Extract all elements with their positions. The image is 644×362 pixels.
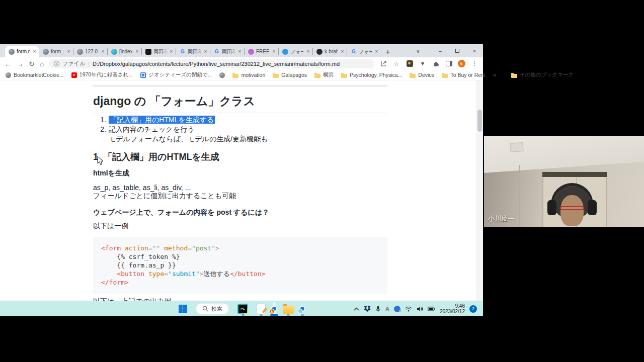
running-indicator bbox=[242, 314, 245, 316]
bookmark-item[interactable]: Psychology, Physica... bbox=[341, 72, 402, 78]
browser-tab-strip: form.n×form_p×127.0.×[index×岡田斗×G岡田斗×G岡田… bbox=[0, 44, 483, 57]
taskbar-chrome[interactable]: k bbox=[273, 302, 276, 315]
address-bar[interactable]: i ファイル | D:/Dropbox/galapagos/contents/l… bbox=[49, 59, 374, 68]
geo-icon bbox=[140, 72, 146, 78]
pen-favicon bbox=[145, 49, 151, 55]
taskbar-pycharm[interactable]: PC bbox=[236, 301, 250, 316]
share-icon[interactable] bbox=[379, 60, 387, 68]
tab-close-icon[interactable]: × bbox=[271, 49, 277, 54]
tab-title: 岡田斗 bbox=[188, 48, 201, 55]
taskbar-chrome-secondary[interactable] bbox=[301, 301, 304, 316]
google-favicon: G bbox=[351, 49, 357, 55]
browser-tab[interactable]: 127.0.× bbox=[73, 46, 108, 57]
battery-icon[interactable] bbox=[428, 307, 435, 311]
page-info-icon[interactable]: i bbox=[54, 61, 59, 66]
bookmark-item[interactable]: BookmarkletCookie... bbox=[6, 72, 64, 78]
paragraph: フィールドごとに個別に出力することも可能 bbox=[93, 192, 387, 200]
ime-indicator[interactable]: A bbox=[385, 306, 389, 312]
bookmark-item[interactable]: Galapagos bbox=[273, 72, 307, 78]
app-tray-icon[interactable] bbox=[394, 306, 400, 312]
profile-avatar[interactable]: k bbox=[458, 60, 465, 67]
scrollbar[interactable] bbox=[476, 80, 483, 301]
browser-tab[interactable]: Gフォーマ× bbox=[347, 46, 381, 57]
tab-close-icon[interactable]: × bbox=[237, 49, 243, 54]
tab-close-icon[interactable]: × bbox=[66, 49, 71, 54]
section-heading: 1. 「記入欄」用のHTMLを生成 bbox=[93, 151, 387, 163]
microphone-icon[interactable] bbox=[375, 306, 381, 312]
clock-date: 2023/02/12 bbox=[440, 309, 465, 314]
browser-tab[interactable]: form.n× bbox=[5, 46, 39, 57]
browser-toolbar: ← → ↻ ⌂ i ファイル | D:/Dropbox/galapagos/co… bbox=[0, 57, 483, 70]
search-label: 検索 bbox=[211, 305, 222, 313]
extensions-puzzle-icon[interactable] bbox=[432, 60, 440, 68]
new-tab-button[interactable]: + bbox=[381, 46, 394, 57]
wall-corner bbox=[519, 165, 520, 227]
bookmark-item[interactable]: Device bbox=[410, 72, 434, 78]
close-button[interactable]: × bbox=[466, 44, 483, 57]
tab-search-icon[interactable]: ∨ bbox=[410, 44, 427, 57]
browser-tab[interactable]: FREEe× bbox=[245, 46, 279, 57]
maximize-icon bbox=[455, 49, 459, 53]
door-frame bbox=[542, 172, 607, 177]
taskbar-notepad[interactable] bbox=[255, 301, 267, 316]
tab-close-icon[interactable]: × bbox=[374, 49, 379, 54]
chrome-profile-badge: k bbox=[269, 309, 275, 314]
side-panel-icon[interactable] bbox=[445, 60, 453, 68]
screenshot-extension-icon[interactable] bbox=[406, 60, 414, 68]
bookmark-star-icon[interactable]: ☆ bbox=[392, 60, 400, 68]
forward-icon[interactable]: → bbox=[17, 60, 24, 67]
google-favicon: G bbox=[214, 49, 220, 55]
bookmark-item[interactable]: 1970年代に録音され... bbox=[71, 71, 133, 78]
system-tray: A 9:46 2023/02/12 2 bbox=[354, 301, 477, 316]
dropbox-icon[interactable] bbox=[364, 306, 371, 312]
tab-close-icon[interactable]: × bbox=[134, 49, 140, 54]
minimize-button[interactable]: – bbox=[432, 44, 449, 57]
tab-close-icon[interactable]: × bbox=[340, 49, 345, 54]
bookmark-label: motivation bbox=[241, 72, 265, 78]
bookmark-item[interactable]: ジオシティーズの閉鎖で... bbox=[140, 71, 212, 78]
bookmark-item[interactable]: 横浜 bbox=[314, 71, 334, 78]
taskbar-explorer[interactable] bbox=[281, 301, 295, 316]
maximize-button[interactable] bbox=[449, 44, 466, 57]
bookmark-item[interactable]: motivation bbox=[232, 72, 265, 78]
code-line: <button type="submit">送信する</button> bbox=[101, 269, 379, 278]
browser-tab[interactable]: フォーラ× bbox=[279, 46, 313, 57]
taskbar-clock[interactable]: 9:46 2023/02/12 bbox=[440, 303, 465, 314]
tab-close-icon[interactable]: × bbox=[305, 49, 311, 54]
bookmark-item[interactable]: To Buy or Rent bbox=[442, 72, 485, 78]
taskbar-search[interactable]: 検索 bbox=[194, 301, 230, 316]
browser-tab[interactable]: G岡田斗× bbox=[210, 46, 245, 57]
back-icon[interactable]: ← bbox=[5, 60, 12, 67]
hidden-icons-chevron[interactable] bbox=[354, 307, 359, 311]
bookmarks-overflow-icon[interactable]: » bbox=[493, 72, 496, 78]
tab-close-icon[interactable]: × bbox=[169, 49, 174, 54]
scrollbar-thumb[interactable] bbox=[477, 110, 482, 132]
code-line: </form> bbox=[101, 278, 379, 287]
volume-icon[interactable] bbox=[417, 306, 423, 312]
tab-title: form.n bbox=[17, 49, 30, 54]
list-subtext: モデルフォームならば、モデルの生成/更新機能も bbox=[109, 135, 268, 143]
browser-tab[interactable]: G岡田斗× bbox=[176, 46, 210, 57]
browser-tab[interactable]: [index× bbox=[108, 46, 142, 57]
reload-icon[interactable]: ↻ bbox=[29, 60, 35, 67]
other-bookmarks-button[interactable]: その他のブックマーク bbox=[511, 71, 574, 78]
running-indicator bbox=[260, 314, 263, 316]
bookmark-item[interactable] bbox=[219, 72, 225, 78]
start-button[interactable] bbox=[177, 301, 189, 316]
window-controls: ∨ – × bbox=[410, 44, 483, 57]
browser-menu-icon[interactable]: ⋮ bbox=[470, 60, 478, 68]
tab-close-icon[interactable]: × bbox=[100, 49, 106, 54]
browser-tab[interactable]: 岡田斗× bbox=[142, 46, 176, 57]
browser-tab[interactable]: form_p× bbox=[39, 46, 73, 57]
browser-tab[interactable]: k-brah× bbox=[313, 46, 347, 57]
home-icon[interactable]: ⌂ bbox=[40, 60, 44, 67]
v-extension-icon[interactable]: ▼ bbox=[419, 60, 427, 68]
wifi-icon[interactable] bbox=[405, 306, 412, 312]
github-favicon bbox=[316, 49, 323, 55]
headphone-right-cup bbox=[588, 200, 597, 215]
tab-close-icon[interactable]: × bbox=[203, 49, 208, 54]
globe-favicon bbox=[77, 49, 83, 55]
participant-name-label: 小川慶一 bbox=[488, 214, 514, 223]
notification-count-badge[interactable]: 2 bbox=[469, 305, 477, 313]
tab-close-icon[interactable]: × bbox=[32, 49, 37, 54]
